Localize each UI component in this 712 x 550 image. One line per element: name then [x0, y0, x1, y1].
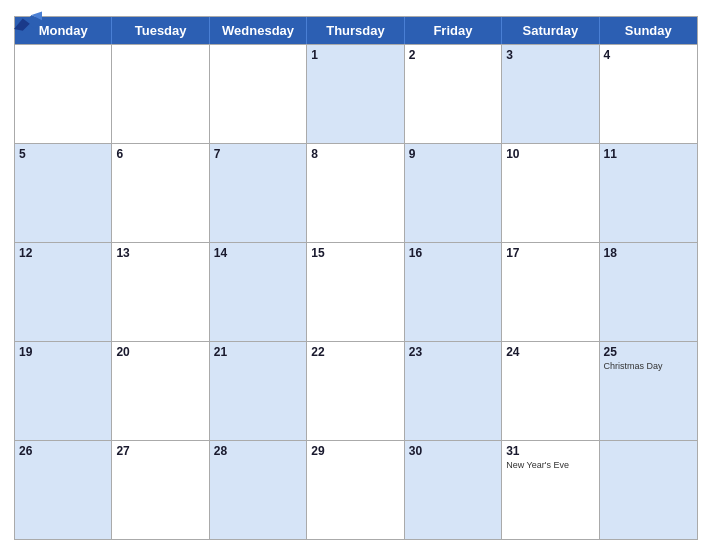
calendar-page: MondayTuesdayWednesdayThursdayFridaySatu…	[0, 0, 712, 550]
calendar-cell: 28	[210, 441, 307, 539]
day-number: 31	[506, 444, 594, 458]
weekday-header-saturday: Saturday	[502, 17, 599, 44]
weekday-header-thursday: Thursday	[307, 17, 404, 44]
day-number: 21	[214, 345, 302, 359]
calendar-cell: 20	[112, 342, 209, 440]
logo-bird-icon	[14, 10, 42, 32]
weekday-header-sunday: Sunday	[600, 17, 697, 44]
day-number: 9	[409, 147, 497, 161]
calendar-cell: 18	[600, 243, 697, 341]
calendar-cell: 8	[307, 144, 404, 242]
calendar-cell: 23	[405, 342, 502, 440]
calendar-cell: 19	[15, 342, 112, 440]
day-number: 1	[311, 48, 399, 62]
calendar-cell: 4	[600, 45, 697, 143]
calendar-grid: MondayTuesdayWednesdayThursdayFridaySatu…	[14, 16, 698, 540]
calendar-cell: 30	[405, 441, 502, 539]
day-number: 17	[506, 246, 594, 260]
day-number: 10	[506, 147, 594, 161]
calendar-cell	[112, 45, 209, 143]
day-number: 26	[19, 444, 107, 458]
event-label: Christmas Day	[604, 361, 693, 372]
calendar-cell: 9	[405, 144, 502, 242]
calendar-header: MondayTuesdayWednesdayThursdayFridaySatu…	[15, 17, 697, 44]
calendar-cell: 12	[15, 243, 112, 341]
day-number: 29	[311, 444, 399, 458]
day-number: 22	[311, 345, 399, 359]
calendar-cell	[600, 441, 697, 539]
day-number: 27	[116, 444, 204, 458]
calendar-cell: 14	[210, 243, 307, 341]
calendar-cell: 7	[210, 144, 307, 242]
calendar-cell: 2	[405, 45, 502, 143]
calendar-cell: 29	[307, 441, 404, 539]
calendar-cell: 1	[307, 45, 404, 143]
calendar-cell: 31New Year's Eve	[502, 441, 599, 539]
day-number: 28	[214, 444, 302, 458]
day-number: 4	[604, 48, 693, 62]
day-number: 5	[19, 147, 107, 161]
calendar-cell	[210, 45, 307, 143]
calendar-row-5: 262728293031New Year's Eve	[15, 440, 697, 539]
calendar-row-1: 1234	[15, 44, 697, 143]
day-number: 3	[506, 48, 594, 62]
calendar-cell: 11	[600, 144, 697, 242]
day-number: 16	[409, 246, 497, 260]
day-number: 12	[19, 246, 107, 260]
day-number: 23	[409, 345, 497, 359]
calendar-cell: 24	[502, 342, 599, 440]
calendar-cell: 17	[502, 243, 599, 341]
day-number: 18	[604, 246, 693, 260]
calendar-cell: 13	[112, 243, 209, 341]
day-number: 14	[214, 246, 302, 260]
day-number: 19	[19, 345, 107, 359]
calendar-cell: 6	[112, 144, 209, 242]
logo	[14, 10, 44, 32]
calendar-cell: 26	[15, 441, 112, 539]
calendar-cell: 21	[210, 342, 307, 440]
calendar-row-3: 12131415161718	[15, 242, 697, 341]
calendar-cell: 5	[15, 144, 112, 242]
day-number: 7	[214, 147, 302, 161]
day-number: 6	[116, 147, 204, 161]
day-number: 8	[311, 147, 399, 161]
weekday-header-friday: Friday	[405, 17, 502, 44]
event-label: New Year's Eve	[506, 460, 594, 471]
calendar-cell: 22	[307, 342, 404, 440]
day-number: 2	[409, 48, 497, 62]
day-number: 11	[604, 147, 693, 161]
calendar-cell: 27	[112, 441, 209, 539]
calendar-cell: 25Christmas Day	[600, 342, 697, 440]
day-number: 20	[116, 345, 204, 359]
calendar-body: 1234567891011121314151617181920212223242…	[15, 44, 697, 539]
calendar-row-4: 19202122232425Christmas Day	[15, 341, 697, 440]
weekday-header-tuesday: Tuesday	[112, 17, 209, 44]
day-number: 24	[506, 345, 594, 359]
weekday-header-wednesday: Wednesday	[210, 17, 307, 44]
calendar-cell: 10	[502, 144, 599, 242]
calendar-row-2: 567891011	[15, 143, 697, 242]
day-number: 15	[311, 246, 399, 260]
calendar-cell	[15, 45, 112, 143]
day-number: 30	[409, 444, 497, 458]
calendar-cell: 3	[502, 45, 599, 143]
day-number: 25	[604, 345, 693, 359]
calendar-cell: 16	[405, 243, 502, 341]
calendar-cell: 15	[307, 243, 404, 341]
day-number: 13	[116, 246, 204, 260]
